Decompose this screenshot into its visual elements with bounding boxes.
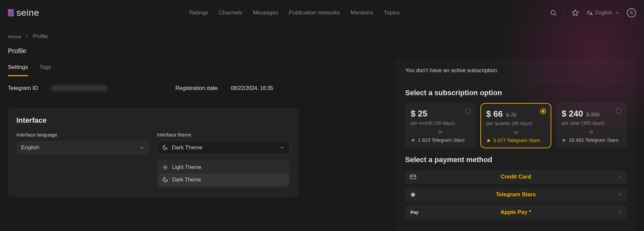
interface-language-value: English: [21, 144, 39, 151]
page-title: Profile: [8, 47, 382, 55]
plan-quarter-price: $ 66: [486, 109, 503, 119]
payment-credit-card-label: Credit Card: [501, 174, 531, 180]
subscription-plans: $ 25 per month (30 days) or 1 923 Telegr…: [405, 103, 627, 148]
topbar: seine Ratings Channels Messages Publicat…: [0, 0, 644, 26]
svg-line-11: [164, 169, 164, 169]
search-icon[interactable]: [550, 9, 557, 16]
plan-month-price: $ 25: [411, 109, 427, 119]
apple-pay-mark: Pay: [410, 210, 419, 215]
nav-channels[interactable]: Channels: [219, 10, 242, 16]
profile-details: Telegram ID Registration date 08/22/2024…: [8, 76, 382, 98]
plan-year-price: $ 240: [562, 109, 583, 119]
plan-month-stars: 1 923 Telegram Stars: [418, 137, 465, 143]
credit-card-icon: [410, 174, 417, 180]
brand-name: seine: [16, 8, 39, 18]
plan-quarter[interactable]: $ 66 $ 75 per quarter (90 days) or 5 077…: [480, 103, 552, 148]
svg-point-0: [551, 10, 555, 14]
breadcrumb: Home Profile: [0, 26, 644, 39]
star-icon[interactable]: [572, 9, 579, 16]
registration-date-label: Registration date: [175, 85, 218, 92]
plan-year[interactable]: $ 240 $ 300 per year (365 days) or 18 46…: [556, 103, 627, 148]
language-picker[interactable]: English: [586, 10, 620, 16]
chevron-down-icon: [615, 10, 620, 15]
plan-month[interactable]: $ 25 per month (30 days) or 1 923 Telegr…: [405, 103, 476, 148]
svg-point-4: [164, 166, 166, 168]
interface-theme-value: Dark Theme: [172, 144, 202, 151]
interface-language-label: Interface language: [16, 132, 149, 137]
tab-tags[interactable]: Tags: [39, 61, 51, 76]
plan-year-period: per year (365 days): [562, 120, 621, 126]
brand-logo[interactable]: seine: [8, 8, 39, 18]
svg-rect-16: [410, 175, 416, 179]
svg-line-12: [167, 166, 167, 166]
nav-mentions[interactable]: Mentions: [351, 10, 373, 16]
svg-line-7: [164, 166, 164, 166]
star-icon: [410, 191, 417, 198]
payment-telegram-stars-label: Telegram Stars: [496, 191, 536, 198]
interface-language-select[interactable]: English: [16, 141, 149, 155]
subscription-notice: You don't have an active subscription.: [405, 67, 627, 81]
interface-theme-label: Interface theme: [157, 132, 290, 137]
plan-quarter-stars: 5 077 Telegram Stars: [494, 137, 540, 143]
telegram-id-label: Telegram ID: [8, 85, 38, 92]
svg-marker-14: [487, 138, 491, 142]
payment-credit-card[interactable]: Credit Card: [405, 170, 627, 184]
chevron-right-icon: [617, 175, 622, 179]
svg-line-8: [167, 169, 167, 169]
theme-option-dark-label: Dark Theme: [172, 177, 201, 183]
breadcrumb-home[interactable]: Home: [8, 34, 21, 39]
payment-apple-pay-label: Apple Pay *: [500, 209, 531, 216]
breadcrumb-current: Profile: [33, 33, 48, 39]
language-value: English: [595, 10, 612, 16]
plan-year-stars: 18 462 Telegram Stars: [569, 137, 618, 143]
registration-date-value: 08/22/2024, 16:35: [231, 85, 273, 91]
nav-topics[interactable]: Topics: [384, 10, 400, 16]
svg-line-1: [555, 14, 556, 15]
interface-theme-select[interactable]: Dark Theme: [157, 141, 290, 155]
svg-marker-2: [572, 10, 578, 15]
interface-card: Interface Interface language English Int…: [8, 108, 298, 197]
chevron-up-icon: [280, 145, 285, 150]
chevron-right-icon: [617, 210, 622, 215]
tab-settings[interactable]: Settings: [8, 61, 28, 76]
header-tools: English: [550, 8, 636, 17]
or-label: or: [514, 130, 518, 135]
divider: [564, 8, 564, 17]
interface-heading: Interface: [16, 116, 290, 125]
nav-pubnet[interactable]: Publication networks: [289, 10, 340, 16]
chevron-down-icon: [139, 145, 145, 150]
svg-marker-15: [562, 138, 566, 142]
svg-marker-18: [410, 192, 416, 197]
telegram-id-value: [51, 85, 107, 91]
plan-month-period: per month (30 days): [411, 120, 470, 126]
plan-year-oldprice: $ 300: [586, 112, 599, 118]
theme-option-light[interactable]: Light Theme: [158, 161, 288, 174]
or-label: or: [438, 129, 442, 135]
profile-avatar[interactable]: [627, 8, 636, 17]
interface-theme-dropdown: Light Theme Dark Theme: [157, 160, 290, 187]
main-nav: Ratings Channels Messages Publication ne…: [189, 10, 400, 16]
payment-telegram-stars[interactable]: Telegram Stars: [405, 188, 627, 201]
profile-tabs: Settings Tags: [8, 61, 382, 76]
theme-option-dark[interactable]: Dark Theme: [158, 174, 288, 186]
svg-point-3: [631, 11, 632, 13]
breadcrumb-separator: [26, 36, 28, 37]
plan-quarter-oldprice: $ 75: [506, 112, 516, 118]
svg-marker-13: [411, 138, 415, 142]
payment-method-heading: Select a payment method: [405, 156, 627, 164]
subscription-panel: You don't have an active subscription. S…: [396, 58, 636, 231]
payment-apple-pay[interactable]: Pay Apple Pay *: [405, 205, 627, 219]
nav-messages[interactable]: Messages: [253, 10, 278, 16]
plan-quarter-period: per quarter (90 days): [486, 120, 546, 126]
sun-icon: [162, 164, 168, 170]
subscription-select-heading: Select a subscription option: [405, 89, 627, 97]
or-label: or: [589, 129, 593, 135]
radio-icon: [616, 108, 622, 114]
translate-icon: [586, 10, 593, 16]
chevron-right-icon: [617, 192, 622, 197]
moon-icon: [162, 145, 168, 151]
brand-logomark: [8, 9, 14, 16]
theme-option-light-label: Light Theme: [172, 164, 201, 170]
moon-icon: [162, 177, 168, 183]
nav-ratings[interactable]: Ratings: [189, 10, 208, 16]
